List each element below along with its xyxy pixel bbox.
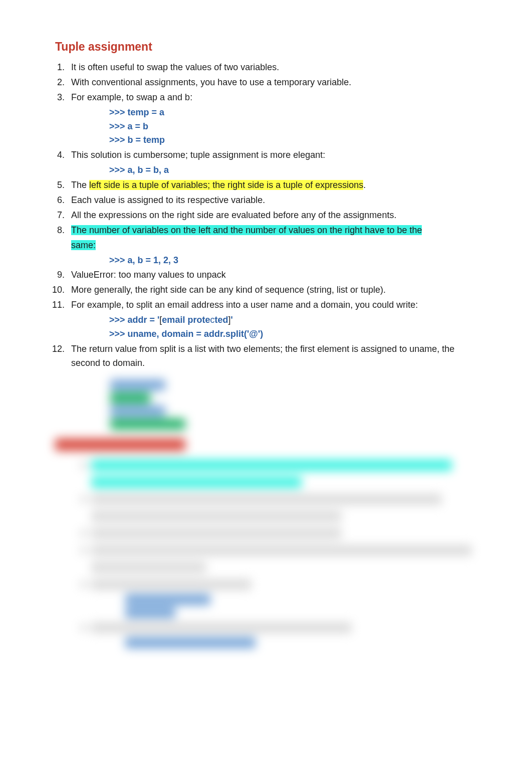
list-item-text: With conventional assignments, you have … <box>71 77 351 87</box>
code-block: >>> a, b = b, a <box>109 163 477 177</box>
highlighted-text: same: <box>71 240 96 250</box>
code-line: >>> a = b <box>109 120 477 134</box>
code-line-email: >>> addr = '[email protected]' <box>109 313 477 327</box>
code-line: >>> temp = a <box>109 106 477 120</box>
list-item: For example, to swap a and b: >>> temp =… <box>67 91 477 148</box>
email-text-part: email prote <box>162 315 210 325</box>
list-item: It is often useful to swap the values of… <box>67 61 477 75</box>
code-text: >>> addr = ' <box>109 315 159 325</box>
list-item: For example, to split an email address i… <box>67 298 477 341</box>
code-line: >>> a, b = b, a <box>109 163 477 177</box>
list-item-text: ValueError: too many values to unpack <box>71 270 226 280</box>
code-block: >>> temp = a >>> a = b >>> b = temp <box>109 106 477 148</box>
list-item: The return value from split is a list wi… <box>67 342 477 370</box>
blurred-content-overlay <box>55 379 477 648</box>
list-item-text: It is often useful to swap the values of… <box>71 62 279 72</box>
list-item-text-suffix: . <box>363 180 366 190</box>
highlighted-text: left side is a tuple of variables; the r… <box>89 180 363 190</box>
highlighted-text: The number of variables on the left and … <box>71 225 422 235</box>
list-item-text: For example, to swap a and b: <box>71 92 192 102</box>
section-title: Tuple assignment <box>55 40 477 54</box>
list-item-text: This solution is cumbersome; tuple assig… <box>71 150 325 160</box>
list-item: With conventional assignments, you have … <box>67 76 477 90</box>
code-block: >>> addr = '[email protected]' >>> uname… <box>109 313 477 341</box>
email-text-part: ted <box>214 315 228 325</box>
list-item-text: For example, to split an email address i… <box>71 300 418 310</box>
list-item: Each value is assigned to its respective… <box>67 193 477 208</box>
list-item: This solution is cumbersome; tuple assig… <box>67 148 477 177</box>
list-item-text-prefix: The <box>71 180 89 190</box>
list-item: More generally, the right side can be an… <box>67 283 477 297</box>
list-item-text: Each value is assigned to its respective… <box>71 195 265 205</box>
email-protected-link[interactable]: [email protected] <box>159 315 230 325</box>
list-item: The number of variables on the left and … <box>67 224 477 268</box>
list-item: The left side is a tuple of variables; t… <box>67 178 477 192</box>
code-line: >>> b = temp <box>109 133 477 147</box>
list-item-text: All the expressions on the right side ar… <box>71 210 396 220</box>
list-item-text: The return value from split is a list wi… <box>71 344 454 368</box>
list-item: All the expressions on the right side ar… <box>67 209 477 223</box>
code-line: >>> a, b = 1, 2, 3 <box>109 254 477 268</box>
ordered-list: It is often useful to swap the values of… <box>67 61 477 370</box>
document-page: Tuple assignment It is often useful to s… <box>0 0 532 780</box>
code-line: >>> uname, domain = addr.split('@') <box>109 327 477 341</box>
code-block: >>> a, b = 1, 2, 3 <box>109 254 477 268</box>
code-text: ' <box>230 315 232 325</box>
list-item-text: More generally, the right side can be an… <box>71 285 386 295</box>
list-item: ValueError: too many values to unpack <box>67 268 477 282</box>
